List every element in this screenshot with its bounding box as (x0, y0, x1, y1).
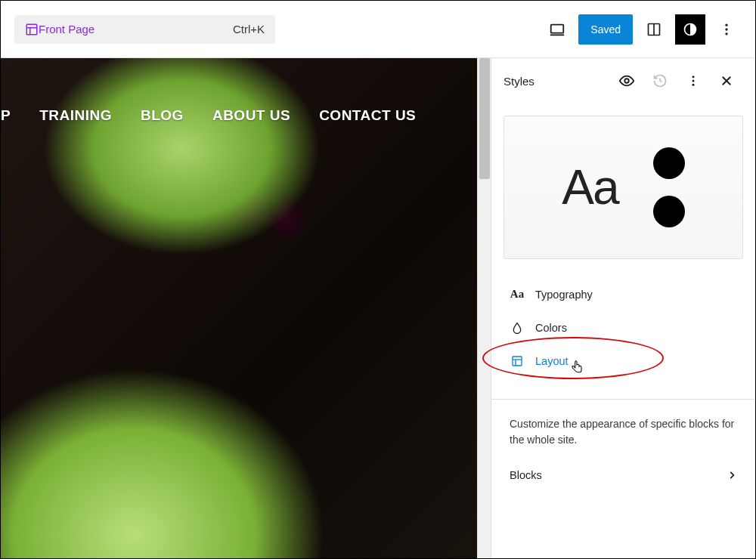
row-label: Typography (535, 289, 593, 301)
svg-rect-3 (551, 24, 564, 32)
close-icon[interactable] (710, 74, 743, 88)
row-label: Layout (535, 355, 569, 367)
topbar-right: Saved (542, 14, 742, 45)
svg-rect-19 (513, 357, 522, 366)
typography-preview: Aa (562, 159, 618, 215)
styles-panel: Styles Aa Aa Typography (491, 57, 755, 559)
topbar-left: Front Page Ctrl+K (14, 15, 275, 44)
svg-point-10 (725, 32, 727, 35)
keyboard-shortcut: Ctrl+K (233, 23, 265, 36)
color-dot (653, 147, 685, 179)
editor-topbar: Front Page Ctrl+K Saved (1, 1, 755, 57)
svg-point-11 (624, 79, 629, 83)
view-desktop-button[interactable] (542, 14, 572, 45)
colors-row[interactable]: Colors (491, 311, 755, 344)
blocks-section: Customize the appearance of specific blo… (491, 399, 755, 495)
page-name: Front Page (39, 23, 233, 36)
blocks-label: Blocks (510, 469, 542, 481)
revisions-icon[interactable] (643, 73, 677, 88)
site-navigation: P TRAINING BLOG ABOUT US CONTACT US (1, 107, 416, 124)
row-label: Colors (535, 322, 567, 334)
layout-icon (25, 23, 39, 36)
editor-canvas[interactable]: P TRAINING BLOG ABOUT US CONTACT US (1, 58, 477, 559)
svg-rect-0 (26, 24, 37, 35)
scrollbar[interactable] (477, 58, 491, 559)
scrollbar-thumb[interactable] (479, 58, 490, 179)
main-area: P TRAINING BLOG ABOUT US CONTACT US Styl… (1, 57, 755, 559)
styles-panel-header: Styles (491, 58, 755, 103)
typography-row[interactable]: Aa Typography (491, 277, 755, 311)
style-book-icon[interactable] (610, 73, 643, 89)
svg-point-9 (725, 28, 727, 30)
svg-point-14 (692, 76, 695, 78)
cursor-pointer-icon (570, 360, 584, 375)
more-options-button[interactable] (711, 14, 742, 45)
sidebar-toggle-button[interactable] (639, 14, 669, 45)
color-dot (653, 196, 685, 227)
nav-item[interactable]: BLOG (141, 107, 184, 124)
blocks-row[interactable]: Blocks (491, 456, 755, 495)
style-preview-card[interactable]: Aa (503, 116, 743, 259)
chevron-right-icon (727, 470, 737, 480)
layout-row-icon (510, 355, 525, 367)
nav-item[interactable]: TRAINING (39, 107, 112, 124)
style-categories: Aa Typography Colors Layout (491, 271, 755, 384)
more-icon[interactable] (677, 74, 710, 88)
nav-item[interactable]: CONTACT US (319, 107, 416, 124)
svg-point-16 (692, 84, 695, 86)
nav-item[interactable]: P (1, 107, 11, 124)
svg-point-15 (692, 80, 695, 82)
svg-line-13 (660, 81, 662, 82)
blocks-description: Customize the appearance of specific blo… (491, 400, 755, 456)
styles-panel-title: Styles (503, 75, 610, 88)
colors-icon (510, 322, 525, 334)
save-button[interactable]: Saved (578, 14, 633, 45)
color-preview (653, 147, 685, 227)
svg-point-8 (725, 23, 727, 26)
layout-row[interactable]: Layout (491, 344, 755, 378)
typography-icon: Aa (510, 288, 525, 301)
styles-toggle-button[interactable] (675, 14, 705, 45)
editor-canvas-wrap: P TRAINING BLOG ABOUT US CONTACT US (1, 57, 491, 559)
page-selector[interactable]: Front Page Ctrl+K (14, 15, 275, 44)
nav-item[interactable]: ABOUT US (212, 107, 290, 124)
